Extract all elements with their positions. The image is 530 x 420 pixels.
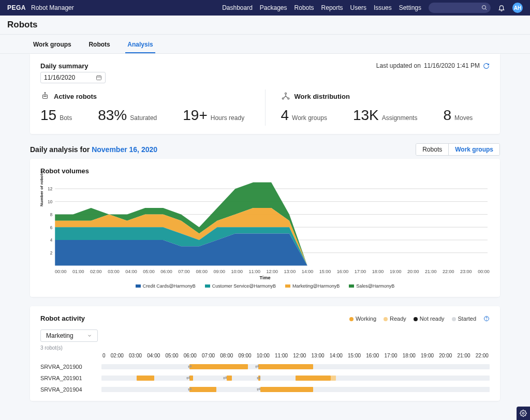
date-input[interactable]: 11/16/2020 <box>40 72 106 83</box>
toggle-group: Robots Work groups <box>416 143 500 156</box>
activity-legend: WorkingReadyNot readyStarted <box>349 316 490 322</box>
help-icon[interactable] <box>483 316 490 322</box>
activity-bar <box>331 376 336 381</box>
search-icon <box>481 5 488 11</box>
brand-label: PEGA <box>7 4 26 11</box>
analysis-section-title: Daily analysis for November 16, 2020 Rob… <box>30 143 500 156</box>
kpi-bots-value: 15 <box>40 107 56 124</box>
svg-rect-2 <box>97 76 101 80</box>
svg-text:6: 6 <box>50 224 53 230</box>
svg-point-10 <box>45 93 46 94</box>
activity-bar <box>227 376 232 381</box>
activity-bar <box>258 364 313 369</box>
chart-legend: Credit Cards@HarmonyBCustomer Service@Ha… <box>40 283 490 289</box>
gantt-track: ⇄⇄⇄ <box>101 376 490 381</box>
robot-icon <box>40 92 50 101</box>
svg-text:2: 2 <box>50 250 53 256</box>
kpi-work-groups-value: 4 <box>281 107 289 124</box>
robot-name: SRVRA_201901 <box>40 375 101 381</box>
svg-point-13 <box>287 98 289 99</box>
shuffle-icon: ⇄ <box>188 364 192 369</box>
gantt-track: ⇄⇄ <box>101 387 490 392</box>
svg-rect-6 <box>43 95 48 99</box>
activity-bar <box>260 387 313 392</box>
top-nav: Dashboard Packages Robots Reports Users … <box>222 3 523 13</box>
last-updated: Last updated on 11/16/2020 1:41 PM <box>376 62 490 69</box>
chevron-down-icon <box>87 333 92 338</box>
svg-point-12 <box>282 98 284 99</box>
top-bar: PEGA Robot Manager Dashboard Packages Ro… <box>0 0 530 16</box>
nav-packages[interactable]: Packages <box>260 4 287 11</box>
subtabs: Work groups Robots Analysis <box>0 35 530 54</box>
kpi-saturated-value: 83% <box>98 107 127 124</box>
shuffle-icon: ⇄ <box>255 364 259 369</box>
svg-text:10: 10 <box>48 199 52 205</box>
nav-settings[interactable]: Settings <box>399 4 421 11</box>
svg-line-1 <box>485 9 487 10</box>
x-axis-label: Time <box>40 275 490 280</box>
nav-issues[interactable]: Issues <box>374 4 392 11</box>
robot-name: SRVRA_201904 <box>40 386 101 393</box>
shuffle-icon: ⇄ <box>257 386 261 392</box>
area-chart: 24681012 Number of robots <box>40 180 490 268</box>
workgroup-select[interactable]: Marketing <box>40 329 98 342</box>
shuffle-icon: ⇄ <box>257 375 261 380</box>
shuffle-icon: ⇄ <box>223 375 227 380</box>
svg-point-8 <box>46 96 47 97</box>
gantt-hours: 002:0003:0004:0005:0006:0007:0008:0009:0… <box>101 353 490 358</box>
activity-bar <box>296 376 331 381</box>
kpi-work-distribution: Work distribution 4Work groups 13KAssign… <box>265 89 490 126</box>
nav-robots[interactable]: Robots <box>295 4 314 11</box>
summary-title: Daily summary <box>40 62 106 70</box>
x-axis-ticks: 00:0001:0002:0003:0004:0005:0006:0007:00… <box>40 269 490 274</box>
svg-text:4: 4 <box>50 237 53 243</box>
page-header: Robots <box>0 16 530 35</box>
gantt: 3 robot(s) 002:0003:0004:0005:0006:0007:… <box>40 345 490 393</box>
activity-bar <box>189 387 216 392</box>
y-axis-label: Number of robots <box>39 172 44 206</box>
app-name-label: Robot Manager <box>31 4 74 11</box>
activity-title: Robot activity <box>40 314 85 322</box>
kpi-moves-value: 8 <box>443 107 451 124</box>
date-value: 11/16/2020 <box>44 74 75 81</box>
kpi-hours-ready-value: 19+ <box>183 107 208 124</box>
svg-text:12: 12 <box>48 186 52 192</box>
distribution-icon <box>281 92 290 101</box>
gantt-row: SRVRA_201900⇄⇄ <box>40 364 490 370</box>
chart-title: Robot volumes <box>40 167 490 175</box>
bell-icon[interactable] <box>498 4 505 11</box>
kpi-assignments-value: 13K <box>353 107 379 124</box>
page-title: Robots <box>7 20 523 30</box>
kpi-active-robots: Active robots 15Bots 83%Saturated 19+Hou… <box>40 89 265 126</box>
tab-work-groups[interactable]: Work groups <box>31 38 73 53</box>
svg-point-11 <box>285 93 286 94</box>
nav-reports[interactable]: Reports <box>321 4 343 11</box>
svg-text:8: 8 <box>50 212 53 217</box>
gear-icon <box>520 410 527 410</box>
robot-volumes-panel: Robot volumes 24681012 Number of robots … <box>30 159 500 297</box>
nav-dashboard[interactable]: Dashboard <box>222 4 253 11</box>
tab-robots[interactable]: Robots <box>86 38 112 53</box>
svg-point-0 <box>482 6 486 9</box>
refresh-icon[interactable] <box>483 63 490 69</box>
svg-point-7 <box>44 96 45 97</box>
avatar[interactable]: AH <box>512 3 523 13</box>
robot-activity-panel: Robot activity WorkingReadyNot readyStar… <box>30 306 500 401</box>
tab-analysis[interactable]: Analysis <box>125 38 155 53</box>
search-input[interactable] <box>429 3 491 13</box>
activity-bar <box>137 376 154 381</box>
nav-users[interactable]: Users <box>350 4 366 11</box>
toggle-robots[interactable]: Robots <box>416 144 448 155</box>
shuffle-icon: ⇄ <box>188 386 192 392</box>
settings-corner-button[interactable] <box>517 407 530 410</box>
shuffle-icon: ⇄ <box>186 375 190 380</box>
activity-bar <box>189 364 248 369</box>
robot-count: 3 robot(s) <box>40 345 490 351</box>
gantt-row: SRVRA_201904⇄⇄ <box>40 386 490 393</box>
toggle-work-groups[interactable]: Work groups <box>448 144 499 155</box>
robot-name: SRVRA_201900 <box>40 364 101 370</box>
gantt-row: SRVRA_201901⇄⇄⇄ <box>40 375 490 381</box>
svg-point-27 <box>487 320 487 320</box>
gantt-track: ⇄⇄ <box>101 364 490 369</box>
daily-summary-panel: Daily summary 11/16/2020 Last updated on… <box>30 54 500 134</box>
